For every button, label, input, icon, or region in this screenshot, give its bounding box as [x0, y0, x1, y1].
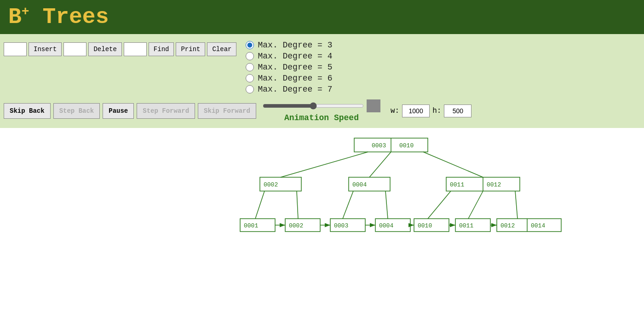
- radio-group: Max. Degree = 3 Max. Degree = 4 Max. Deg…: [238, 39, 339, 96]
- find-input[interactable]: [124, 42, 147, 56]
- skip-back-button[interactable]: Skip Back: [4, 103, 51, 119]
- radio-label-7: Max. Degree = 7: [258, 85, 332, 94]
- leaf-node-5: 0010: [414, 219, 449, 232]
- svg-text:0002: 0002: [289, 222, 303, 229]
- insert-input[interactable]: [4, 42, 27, 56]
- leaf-node-4: 0004: [375, 219, 410, 232]
- bottom-controls: Skip Back Step Back Pause Step Forward S…: [2, 96, 638, 125]
- controls-area: Insert Delete Find Print Clear Max. Degr…: [0, 34, 644, 128]
- delete-button[interactable]: Delete: [88, 42, 121, 56]
- leaf-node-1: 0001: [240, 219, 275, 232]
- svg-line-21: [468, 191, 483, 219]
- svg-text:0001: 0001: [244, 222, 258, 229]
- clear-button[interactable]: Clear: [207, 42, 236, 56]
- radio-label-3: Max. Degree = 3: [258, 41, 332, 50]
- svg-line-15: [423, 152, 483, 177]
- speed-slider[interactable]: [263, 103, 364, 109]
- radio-label-5: Max. Degree = 5: [258, 63, 332, 72]
- pause-button[interactable]: Pause: [103, 103, 134, 119]
- leaf-node-7: 0012 0014: [497, 219, 561, 232]
- svg-line-13: [281, 152, 368, 177]
- animation-speed-label: Animation Speed: [284, 113, 359, 122]
- radio-degree-4[interactable]: Max. Degree = 4: [246, 52, 332, 61]
- svg-text:0010: 0010: [418, 222, 432, 229]
- canvas-area: 0003 0010 0002 0004 0011 0012: [0, 128, 644, 271]
- tree-svg: 0003 0010 0002 0004 0011 0012: [0, 128, 644, 271]
- page-title: B+ Trees: [8, 5, 109, 29]
- svg-line-22: [515, 191, 518, 219]
- svg-line-18: [343, 191, 353, 219]
- skip-forward-button[interactable]: Skip Forward: [198, 103, 256, 119]
- radio-degree-5[interactable]: Max. Degree = 5: [246, 63, 332, 72]
- find-button[interactable]: Find: [149, 42, 174, 56]
- header: B+ Trees: [0, 0, 644, 34]
- svg-line-19: [385, 191, 388, 219]
- svg-line-14: [369, 152, 391, 177]
- svg-line-20: [428, 191, 451, 219]
- print-button[interactable]: Print: [176, 42, 205, 56]
- svg-text:0011: 0011: [450, 181, 464, 188]
- svg-text:0014: 0014: [531, 222, 545, 229]
- internal-node-2: 0004: [349, 177, 390, 191]
- radio-degree-7[interactable]: Max. Degree = 7: [246, 85, 332, 94]
- top-controls: Insert Delete Find Print Clear Max. Degr…: [2, 39, 638, 96]
- radio-label-6: Max. Degree = 6: [258, 74, 332, 83]
- leaf-node-2: 0002: [285, 219, 320, 232]
- svg-text:0004: 0004: [379, 222, 393, 229]
- internal-node-1: 0002: [260, 177, 301, 191]
- leaf-node-3: 0003: [330, 219, 365, 232]
- insert-button[interactable]: Insert: [29, 42, 62, 56]
- w-input[interactable]: [402, 105, 430, 117]
- input-buttons: Insert Delete Find Print Clear: [2, 39, 238, 60]
- radio-degree-6[interactable]: Max. Degree = 6: [246, 74, 332, 83]
- svg-text:0012: 0012: [487, 181, 501, 188]
- svg-text:0003: 0003: [372, 142, 386, 149]
- speed-area: Animation Speed: [263, 99, 380, 122]
- internal-node-3: 0011 0012: [446, 177, 520, 191]
- delete-input[interactable]: [63, 42, 86, 56]
- svg-text:0011: 0011: [459, 222, 473, 229]
- radio-degree-3[interactable]: Max. Degree = 3: [246, 41, 332, 50]
- w-label: w:: [391, 107, 399, 115]
- svg-text:0010: 0010: [399, 142, 414, 149]
- svg-text:0003: 0003: [334, 222, 348, 229]
- speed-color-box: [367, 99, 380, 112]
- leaf-node-6: 0011: [455, 219, 490, 232]
- radio-label-4: Max. Degree = 4: [258, 52, 332, 61]
- svg-text:0012: 0012: [500, 222, 515, 229]
- svg-text:0004: 0004: [352, 181, 367, 188]
- svg-line-16: [255, 191, 264, 219]
- wh-area: w: h:: [391, 105, 472, 117]
- svg-text:0002: 0002: [264, 181, 278, 188]
- step-back-button[interactable]: Step Back: [53, 103, 100, 119]
- h-label: h:: [432, 107, 441, 115]
- step-forward-button[interactable]: Step Forward: [137, 103, 195, 119]
- speed-slider-container: [263, 99, 380, 112]
- h-input[interactable]: [444, 105, 472, 117]
- svg-line-17: [297, 191, 298, 219]
- root-node: 0003 0010: [354, 138, 428, 152]
